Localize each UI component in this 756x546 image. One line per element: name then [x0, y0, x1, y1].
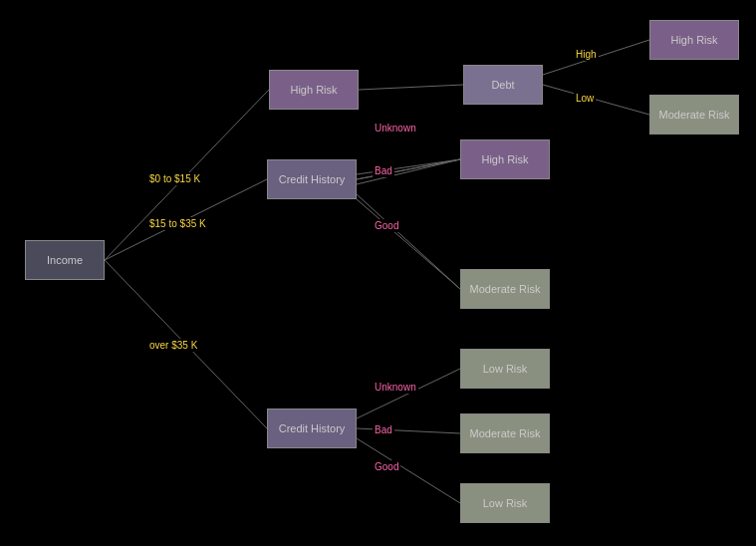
debt-node: Debt — [463, 65, 543, 105]
svg-line-11 — [543, 85, 649, 115]
edge-label-income-credit-top: $15 to $35 K — [147, 217, 208, 230]
edge-label-credit-top-unknown: Unknown — [373, 122, 418, 135]
income-node: Income — [25, 240, 105, 280]
moderate-risk-mid-node: Moderate Risk — [460, 269, 550, 309]
edge-label-income-high-risk: $0 to $15 K — [147, 172, 202, 185]
edge-label-credit-top-good: Good — [373, 219, 400, 232]
credit-history-top-node: Credit History — [267, 159, 357, 199]
high-risk-branch-node: High Risk — [269, 70, 359, 110]
edge-label-credit-bottom-good: Good — [373, 460, 400, 473]
decision-tree-canvas: Income High Risk Credit History Credit H… — [0, 0, 756, 546]
moderate-risk-bottom-node: Moderate Risk — [460, 413, 550, 453]
edge-label-credit-top-bad: Bad — [373, 164, 394, 177]
edge-label-credit-bottom-bad: Bad — [373, 423, 394, 436]
svg-line-12 — [357, 369, 460, 418]
edge-label-credit-bottom-unknown: Unknown — [373, 381, 418, 394]
edge-label-debt-high: High — [574, 48, 599, 61]
svg-line-3 — [359, 85, 463, 90]
edge-label-debt-low: Low — [574, 92, 596, 105]
low-risk-top-node: Low Risk — [460, 349, 550, 389]
low-risk-bottom-node: Low Risk — [460, 483, 550, 523]
svg-line-6 — [357, 199, 460, 289]
credit-history-bottom-node: Credit History — [267, 409, 357, 448]
edge-label-income-credit-bottom: over $35 K — [147, 339, 199, 352]
high-risk-right-top-node: High Risk — [649, 20, 739, 60]
high-risk-leaf-node: High Risk — [460, 139, 550, 179]
svg-line-9 — [357, 194, 460, 289]
moderate-risk-right-node: Moderate Risk — [649, 95, 739, 135]
